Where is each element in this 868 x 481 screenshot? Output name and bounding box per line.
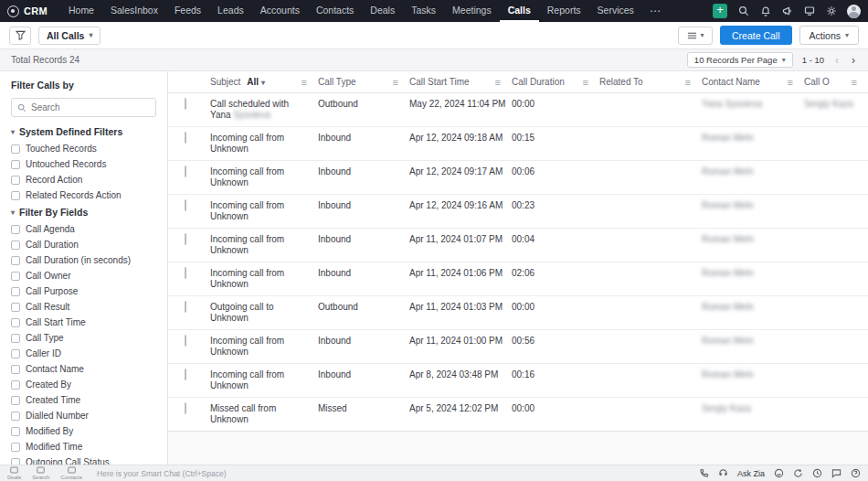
- row-checkbox[interactable]: [185, 335, 186, 347]
- filter-checkbox-item[interactable]: Call Owner: [11, 271, 156, 281]
- checkbox[interactable]: [11, 318, 20, 327]
- checkbox[interactable]: [11, 349, 20, 358]
- smiley-icon[interactable]: [774, 468, 784, 478]
- filter-checkbox-item[interactable]: Call Duration: [11, 240, 156, 250]
- column-header[interactable]: Call O ≡: [804, 77, 868, 88]
- column-menu-icon[interactable]: ≡: [490, 77, 501, 88]
- nav-tab[interactable]: Deals: [362, 0, 403, 22]
- filter-checkbox-item[interactable]: Dialled Number: [11, 411, 156, 421]
- filter-checkbox-item[interactable]: Record Action: [11, 175, 156, 185]
- row-checkbox[interactable]: [185, 369, 186, 380]
- row-checkbox[interactable]: [185, 301, 186, 313]
- section-system-defined-filters[interactable]: ▾ System Defined Filters: [11, 126, 156, 137]
- checkbox[interactable]: [11, 427, 20, 436]
- filter-checkbox-item[interactable]: Modified Time: [11, 442, 156, 452]
- prev-page-button[interactable]: ‹: [833, 54, 841, 67]
- column-menu-icon[interactable]: ≡: [680, 77, 691, 88]
- table-row[interactable]: Incoming call from Unknown Inbound Apr 1…: [168, 330, 868, 364]
- row-checkbox[interactable]: [185, 199, 186, 211]
- smart-chat-hint[interactable]: Here is your Smart Chat (Ctrl+Space): [97, 469, 226, 478]
- nav-tab[interactable]: Meetings: [444, 0, 500, 22]
- row-checkbox[interactable]: [185, 166, 186, 177]
- notifications-bell-icon[interactable]: [759, 5, 771, 17]
- subject-cell[interactable]: Incoming call from Unknown: [210, 127, 318, 160]
- actions-button[interactable]: Actions ▾: [799, 26, 859, 45]
- checkbox[interactable]: [11, 303, 20, 312]
- checkbox[interactable]: [11, 144, 20, 154]
- view-selector-dropdown[interactable]: All Calls ▾: [38, 27, 101, 45]
- subject-cell[interactable]: Call scheduled with Yana Sysoieva: [210, 93, 318, 126]
- filter-checkbox-item[interactable]: Call Result: [11, 302, 156, 312]
- chat-bubble-icon[interactable]: [831, 468, 842, 478]
- table-row[interactable]: Incoming call from Unknown Inbound Apr 1…: [168, 262, 868, 296]
- checkbox[interactable]: [11, 272, 20, 281]
- filter-checkbox-item[interactable]: Contact Name: [11, 364, 156, 374]
- checkbox[interactable]: [11, 458, 20, 465]
- subject-cell[interactable]: Incoming call from Unknown: [210, 364, 318, 397]
- row-checkbox[interactable]: [185, 267, 186, 279]
- filter-search-input[interactable]: [31, 102, 141, 112]
- column-menu-icon[interactable]: ≡: [296, 77, 307, 88]
- checkbox[interactable]: [11, 160, 20, 169]
- history-clock-icon[interactable]: [812, 468, 822, 478]
- checkbox[interactable]: [11, 334, 20, 343]
- column-header[interactable]: Subject All ▾ ≡: [210, 77, 318, 88]
- headset-icon[interactable]: [718, 468, 728, 478]
- contact-name-cell[interactable]: Yana Sysoieva: [702, 93, 804, 115]
- subject-cell[interactable]: Incoming call from Unknown: [210, 161, 318, 194]
- row-checkbox[interactable]: [185, 402, 186, 414]
- column-menu-icon[interactable]: ≡: [387, 77, 398, 88]
- ask-zia-button[interactable]: Ask Zia: [737, 469, 765, 478]
- quick-access-item[interactable]: Contacts: [60, 466, 82, 480]
- row-checkbox[interactable]: [185, 98, 186, 110]
- nav-tab[interactable]: Accounts: [252, 0, 308, 22]
- subject-cell[interactable]: Incoming call from Unknown: [210, 262, 318, 295]
- checkbox[interactable]: [11, 412, 20, 421]
- filter-checkbox-item[interactable]: Related Records Action: [11, 190, 156, 200]
- column-header[interactable]: Call Duration ≡: [512, 77, 599, 88]
- nav-tab[interactable]: Leads: [209, 0, 252, 22]
- checkbox[interactable]: [11, 380, 20, 390]
- table-row[interactable]: Incoming call from Unknown Inbound Apr 1…: [168, 229, 868, 262]
- filter-checkbox-item[interactable]: Caller ID: [11, 348, 156, 358]
- sync-icon[interactable]: [793, 468, 803, 478]
- column-header[interactable]: Call Type ≡: [318, 77, 409, 88]
- phone-icon[interactable]: [699, 468, 709, 478]
- quick-create-button[interactable]: +: [713, 4, 727, 18]
- subject-cell[interactable]: Outgoing call to Unknown: [210, 296, 318, 329]
- checkbox[interactable]: [11, 443, 20, 452]
- table-row[interactable]: Incoming call from Unknown Inbound Apr 1…: [168, 127, 868, 161]
- checkbox[interactable]: [11, 176, 20, 185]
- subject-cell[interactable]: Incoming call from Unknown: [210, 195, 318, 228]
- nav-tab[interactable]: SalesInbox: [102, 0, 166, 22]
- records-per-page-dropdown[interactable]: 10 Records Per Page ▾: [687, 52, 793, 68]
- create-call-button[interactable]: Create Call: [720, 26, 792, 45]
- filter-checkbox-item[interactable]: Call Start Time: [11, 317, 156, 327]
- quick-access-item[interactable]: Deals: [7, 466, 21, 480]
- nav-tab[interactable]: Reports: [539, 0, 589, 22]
- subject-cell[interactable]: Missed call from Unknown: [210, 398, 318, 431]
- filter-checkbox-item[interactable]: Created By: [11, 379, 156, 390]
- checkbox[interactable]: [11, 365, 20, 374]
- display-settings-icon[interactable]: [803, 5, 815, 17]
- announcement-icon[interactable]: [781, 5, 793, 17]
- next-page-button[interactable]: ›: [850, 54, 857, 67]
- row-checkbox[interactable]: [185, 132, 186, 144]
- column-menu-icon[interactable]: ≡: [577, 77, 588, 88]
- filter-checkbox-item[interactable]: Call Purpose: [11, 286, 156, 296]
- checkbox[interactable]: [11, 191, 20, 200]
- nav-tab[interactable]: Services: [589, 0, 642, 22]
- table-row[interactable]: Outgoing call to Unknown Outbound Apr 11…: [168, 296, 868, 330]
- table-row[interactable]: Incoming call from Unknown Inbound Apr 8…: [168, 364, 868, 398]
- nav-tab[interactable]: Calls: [500, 0, 539, 22]
- column-header[interactable]: Related To ≡: [599, 77, 702, 88]
- filter-checkbox-item[interactable]: Call Type: [11, 333, 156, 343]
- subject-cell[interactable]: Incoming call from Unknown: [210, 330, 318, 363]
- filter-funnel-button[interactable]: [9, 27, 31, 45]
- filter-checkbox-item[interactable]: Call Agenda: [11, 224, 156, 234]
- checkbox[interactable]: [11, 240, 20, 250]
- filter-search-box[interactable]: [11, 98, 156, 117]
- section-filter-by-fields[interactable]: ▾ Filter By Fields: [11, 207, 156, 218]
- help-icon[interactable]: [851, 468, 861, 478]
- brand[interactable]: CRM: [7, 5, 48, 17]
